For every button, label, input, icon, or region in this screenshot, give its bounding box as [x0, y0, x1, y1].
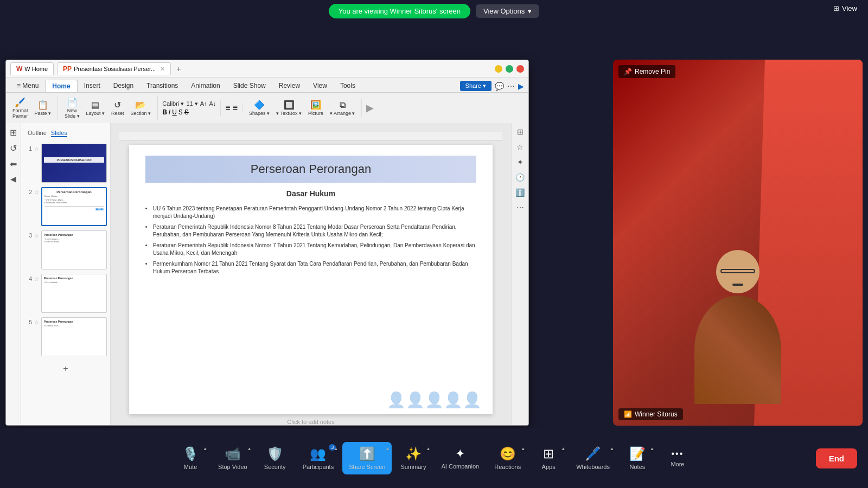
slide-preview-5[interactable]: Perseroan Perorangan • Content here...	[41, 317, 107, 356]
add-tab-icon[interactable]: +	[176, 65, 181, 73]
font-name[interactable]: Calibri ▾	[162, 100, 184, 107]
whiteboards-chevron[interactable]: ▲	[610, 446, 614, 451]
slide-preview-3[interactable]: Perseroan Perorangan • Lorem ipsum... • …	[41, 230, 107, 269]
bullet-2: Peraturan Pemerintah Republik Indonesia …	[145, 222, 477, 240]
expand-btn[interactable]: ▶	[518, 82, 524, 91]
top-right-view[interactable]: ⊞ View	[833, 4, 857, 12]
ai-companion-button[interactable]: ✦ AI Companion	[435, 442, 486, 474]
video-chevron[interactable]: ▲	[247, 446, 252, 451]
more-button[interactable]: ••• More	[659, 445, 697, 472]
sidebar-more-icon[interactable]: ⋯	[516, 203, 524, 212]
share-chevron[interactable]: ▲	[386, 446, 390, 451]
sidebar-copy-icon[interactable]: ⊞	[517, 127, 524, 136]
add-notes[interactable]: Click to add notes	[287, 419, 334, 425]
remove-pin-button[interactable]: 📌 Remove Pin	[618, 65, 675, 78]
strikethrough-btn[interactable]: S	[184, 108, 189, 116]
whiteboards-button[interactable]: ▲ 🖊️ Whiteboards	[570, 442, 616, 474]
ribbon-home[interactable]: Home	[45, 80, 77, 92]
ribbon-insert[interactable]: Insert	[78, 80, 107, 92]
maximize-button[interactable]	[506, 65, 513, 73]
summary-chevron[interactable]: ▲	[426, 446, 431, 451]
slide-canvas[interactable]: Perseroan Perorangan Dasar Hukum UU 6 Ta…	[129, 145, 493, 414]
arrange-btn[interactable]: ⧉ ▾ Arrange ▾	[328, 99, 358, 117]
presenter-name-badge: 📶 Winner Sitorus	[618, 408, 683, 420]
minimize-button[interactable]	[495, 65, 502, 73]
italic-btn[interactable]: I	[169, 108, 170, 116]
left-sidebar-icon-2[interactable]: ↺	[10, 143, 17, 153]
ppt-window: W W Home PP Presentasi Sosialisasi Perse…	[5, 60, 529, 426]
mute-button[interactable]: ▲ 🎙️ Mute	[171, 442, 209, 474]
ribbon-slideshow[interactable]: Slide Show	[227, 80, 272, 92]
paste-btn[interactable]: 📋 Paste ▾	[33, 99, 54, 117]
end-button[interactable]: End	[816, 448, 857, 468]
share-screen-button[interactable]: ▲ ⬆️ Share Screen	[342, 442, 392, 474]
sidebar-info-icon[interactable]: ℹ️	[515, 188, 525, 197]
notes-label: Notes	[630, 464, 646, 470]
sidebar-animate-icon[interactable]: ✦	[517, 158, 524, 166]
mute-chevron[interactable]: ▲	[203, 446, 207, 451]
ribbon-review[interactable]: Review	[272, 80, 307, 92]
slide-preview-1[interactable]: PRESENTASI PERSEROAN	[41, 144, 107, 183]
comment-btn[interactable]: 💬	[495, 82, 504, 91]
share-btn[interactable]: Share ▾	[460, 81, 492, 91]
slide-thumb-5[interactable]: 5 ☆ Perseroan Perorangan • Content here.…	[23, 316, 108, 357]
close-icon[interactable]: ✕	[160, 66, 165, 73]
notes-button[interactable]: ▲ 📝 Notes	[618, 442, 656, 474]
align-center-btn[interactable]: ≡	[233, 103, 238, 113]
ribbon-animation[interactable]: Animation	[184, 80, 226, 92]
left-sidebar-icon-3[interactable]: ⬅	[10, 159, 17, 169]
add-slide-btn[interactable]: +	[23, 359, 108, 378]
apps-chevron[interactable]: ▲	[561, 446, 565, 451]
slide-thumb-3[interactable]: 3 ☆ Perseroan Perorangan • Lorem ipsum..…	[23, 229, 108, 271]
font-grow[interactable]: A↑	[200, 100, 207, 107]
textbox-btn[interactable]: 🔲 ▾ TextBox ▾	[274, 99, 304, 117]
collapse-panel-btn[interactable]: ◀	[10, 175, 16, 183]
ribbon-tools[interactable]: Tools	[334, 80, 362, 92]
participants-label: Participants	[303, 464, 334, 470]
picture-btn[interactable]: 🖼️ Picture	[306, 99, 326, 117]
ribbon-collapse-btn[interactable]: ▶	[366, 102, 374, 114]
panel-tab-outline[interactable]: Outline	[28, 130, 47, 137]
section-btn[interactable]: 📂 Section ▾	[129, 99, 154, 117]
new-slide-btn[interactable]: 📄 New Slide ▾	[62, 96, 82, 120]
slide-preview-4[interactable]: Perseroan Perorangan • Text content...	[41, 274, 107, 313]
ribbon-view[interactable]: View	[307, 80, 334, 92]
slide-thumb-1[interactable]: 1 ☆ PRESENTASI PERSEROAN	[23, 143, 108, 184]
slide-thumb-4[interactable]: 4 ☆ Perseroan Perorangan • Text content.…	[23, 273, 108, 314]
participants-button[interactable]: ▲ 3 👥 Participants	[296, 442, 340, 474]
view-options-button[interactable]: View Options ▾	[476, 4, 539, 18]
reactions-chevron[interactable]: ▲	[521, 446, 525, 451]
left-sidebar-icon-1[interactable]: ⊞	[10, 127, 17, 138]
font-size[interactable]: 11 ▾	[186, 100, 197, 107]
bold-btn[interactable]: B	[162, 108, 167, 116]
sidebar-star-icon[interactable]: ☆	[516, 143, 524, 151]
sidebar-history-icon[interactable]: 🕐	[515, 173, 525, 182]
slide-preview-2[interactable]: Perseroan Perorangan Dasar Hukum • UU 6 …	[41, 187, 107, 226]
tab-home[interactable]: W W Home	[10, 62, 54, 75]
shapes-btn[interactable]: 🔷 Shapes ▾	[247, 99, 272, 117]
font-shrink[interactable]: A↓	[209, 100, 216, 107]
ribbon-design[interactable]: Design	[107, 80, 140, 92]
pin-icon: 📌	[624, 68, 632, 75]
summary-button[interactable]: ▲ ✨ Summary	[394, 442, 432, 474]
more-options-btn[interactable]: ⋯	[507, 82, 515, 91]
shadow-btn[interactable]: S	[178, 108, 183, 116]
slide-thumb-2[interactable]: 2 ☆ Perseroan Perorangan Dasar Hukum • U…	[23, 186, 108, 227]
notes-icon: 📝	[629, 446, 646, 461]
reactions-button[interactable]: ▲ 😊 Reactions	[488, 442, 527, 474]
notes-chevron[interactable]: ▲	[650, 446, 654, 451]
ribbon-transitions[interactable]: Transitions	[140, 80, 184, 92]
layout-btn[interactable]: ▤ Layout ▾	[84, 99, 107, 117]
ribbon-menu[interactable]: ≡ Menu	[10, 80, 45, 92]
underline-btn[interactable]: U	[172, 108, 177, 116]
end-label: End	[829, 454, 844, 463]
panel-tab-slides[interactable]: Slides	[51, 130, 67, 137]
apps-button[interactable]: ▲ ⊞ Apps	[529, 442, 567, 474]
reset-btn[interactable]: ↺ Reset	[109, 99, 126, 117]
tab-presentasi[interactable]: PP Presentasi Sosialisasi Perser... ✕	[57, 62, 171, 75]
align-left-btn[interactable]: ≡	[225, 103, 230, 113]
security-button[interactable]: 🛡️ Security	[256, 442, 294, 474]
format-painter-btn[interactable]: 🖌️ Format Painter	[10, 96, 30, 120]
close-button[interactable]	[516, 65, 524, 73]
stop-video-button[interactable]: ▲ 📹 Stop Video	[212, 442, 254, 474]
